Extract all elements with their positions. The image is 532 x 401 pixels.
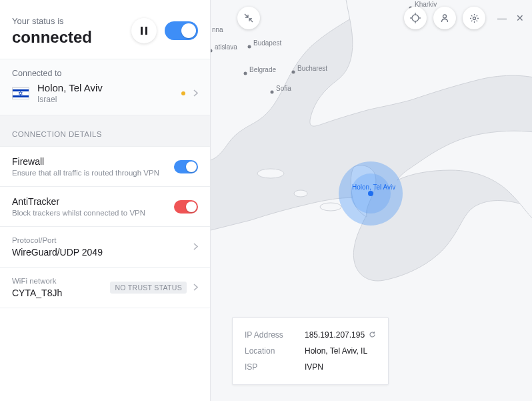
crosshair-icon	[410, 13, 421, 23]
svg-point-21	[412, 15, 419, 21]
wifi-label: WiFi network	[12, 277, 62, 285]
svg-point-26	[443, 15, 447, 18]
firewall-sub: Ensure that all traffic is routed throug…	[12, 169, 159, 177]
antitracker-option: AntiTracker Block trackers whilst connec…	[0, 187, 210, 227]
svg-point-27	[473, 17, 475, 19]
status-state: connected	[12, 28, 92, 47]
svg-point-16	[292, 71, 295, 74]
svg-rect-1	[145, 27, 147, 35]
chevron-right-icon	[193, 87, 198, 99]
firewall-toggle[interactable]	[174, 160, 198, 173]
svg-text:Budapest: Budapest	[253, 39, 281, 47]
svg-text:Belgrade: Belgrade	[249, 66, 276, 73]
ip-value: 185.191.207.195	[305, 330, 365, 340]
protocol-value: WireGuard/UDP 2049	[12, 247, 103, 258]
protocol-label: Protocol/Port	[12, 236, 103, 244]
israel-flag-icon: ✡	[12, 87, 29, 99]
wifi-value: CYTA_T8Jh	[12, 288, 62, 298]
load-indicator-icon	[181, 91, 185, 95]
refresh-ip-button[interactable]	[369, 330, 376, 340]
isp-value: IVPN	[305, 359, 376, 375]
svg-text:Bucharest: Bucharest	[297, 65, 327, 72]
sidebar: Your status is connected Connected to ✡ …	[0, 0, 211, 401]
info-row-location: Location Holon, Tel Aviv, IL	[245, 343, 376, 359]
collapse-icon	[244, 13, 253, 23]
connect-toggle[interactable]	[165, 21, 198, 40]
antitracker-toggle[interactable]	[174, 200, 198, 214]
account-button[interactable]	[433, 7, 456, 29]
close-button[interactable]: ✕	[516, 13, 524, 23]
gear-icon	[469, 13, 479, 23]
server-selector[interactable]: ✡ Holon, Tel Aviv Israel	[12, 82, 198, 104]
antitracker-sub: Block trackers whilst connected to VPN	[12, 209, 145, 217]
chevron-right-icon	[193, 282, 198, 294]
svg-point-3	[257, 169, 284, 178]
status-prefix: Your status is	[12, 16, 64, 26]
window-controls: — ✕	[497, 13, 524, 23]
wifi-trust-badge: NO TRUST STATUS	[110, 282, 187, 294]
location-label: Holon, Tel Aviv	[352, 183, 395, 191]
chevron-right-icon	[193, 241, 198, 253]
svg-rect-0	[141, 27, 143, 35]
connection-info-card: IP Address 185.191.207.195 Location Holo…	[232, 317, 389, 385]
svg-point-5	[320, 203, 341, 211]
wifi-option[interactable]: WiFi network CYTA_T8Jh NO TRUST STATUS	[0, 268, 210, 308]
svg-point-4	[294, 190, 307, 197]
pause-icon	[141, 27, 147, 35]
locate-button[interactable]	[404, 7, 427, 29]
location-dot-icon	[368, 191, 373, 196]
protocol-option[interactable]: Protocol/Port WireGuard/UDP 2049	[0, 227, 210, 268]
info-row-ip: IP Address 185.191.207.195	[245, 327, 376, 343]
firewall-title: Firewall	[12, 156, 159, 167]
connected-to-label: Connected to	[12, 69, 198, 78]
pause-button[interactable]	[131, 18, 157, 43]
ip-label: IP Address	[245, 327, 305, 343]
svg-text:Sofia: Sofia	[276, 85, 291, 92]
status-text: Your status is connected	[12, 15, 92, 47]
server-city: Holon, Tel Aviv	[37, 82, 173, 93]
map[interactable]: KharkivnnaatislavaBudapestBelgradeBuchar…	[211, 0, 532, 401]
svg-point-14	[244, 72, 247, 75]
loc-value: Holon, Tel Aviv, IL	[305, 343, 376, 359]
svg-point-18	[271, 91, 274, 94]
svg-text:atislava: atislava	[215, 43, 237, 51]
user-icon	[440, 13, 449, 23]
server-country: Israel	[37, 95, 173, 104]
antitracker-title: AntiTracker	[12, 196, 145, 207]
status-block: Your status is connected	[0, 0, 210, 59]
collapse-map-button[interactable]	[237, 7, 260, 29]
minimize-button[interactable]: —	[497, 13, 507, 23]
connection-details-header: CONNECTION DETAILS	[0, 115, 210, 147]
status-controls	[131, 18, 198, 43]
server-block: Connected to ✡ Holon, Tel Aviv Israel	[0, 59, 210, 115]
svg-text:nna: nna	[212, 26, 223, 33]
loc-label: Location	[245, 343, 305, 359]
settings-button[interactable]	[463, 7, 485, 29]
firewall-option: Firewall Ensure that all traffic is rout…	[0, 147, 210, 187]
info-row-isp: ISP IVPN	[245, 359, 376, 375]
svg-point-12	[248, 45, 251, 49]
isp-label: ISP	[245, 359, 305, 375]
refresh-icon	[369, 331, 376, 338]
server-name: Holon, Tel Aviv Israel	[37, 82, 173, 104]
